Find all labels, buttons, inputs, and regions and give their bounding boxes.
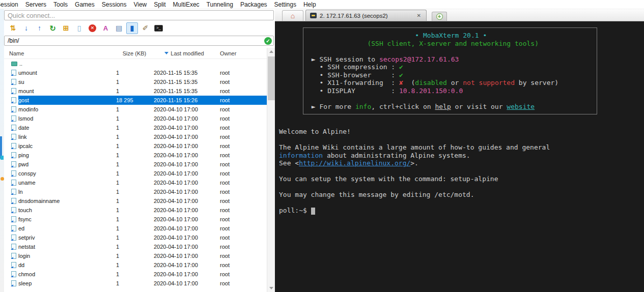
cell-owner: root xyxy=(216,180,267,186)
path-input[interactable] xyxy=(8,37,264,44)
table-row[interactable]: modinfo12020-04-10 17:00root xyxy=(4,105,267,114)
menu-view[interactable]: View xyxy=(130,1,150,9)
cell-size: 1 xyxy=(116,134,153,140)
menu-help[interactable]: Help xyxy=(300,1,320,9)
cell-size: 1 xyxy=(116,79,153,85)
cell-size: 1 xyxy=(116,189,153,195)
menu-settings[interactable]: Settings xyxy=(271,1,300,9)
rename-icon-button[interactable]: A xyxy=(100,22,111,34)
terminal-text: See < xyxy=(279,159,299,167)
terminal-text: • MobaXterm 20.1 • xyxy=(415,32,487,39)
folder-transfer-icon-button[interactable]: ⇅ xyxy=(7,22,19,34)
column-header-owner[interactable]: Owner xyxy=(216,50,267,56)
quick-connect-input[interactable] xyxy=(4,10,274,20)
terminal[interactable]: • MobaXterm 20.1 • (SSH client, X-server… xyxy=(275,21,644,292)
new-folder-icon-button[interactable]: ⊞ xyxy=(60,22,72,34)
cell-size: 1 xyxy=(116,180,153,186)
cell-modified: 2020-04-10 17:00 xyxy=(153,207,216,213)
menu-multiexec[interactable]: MultiExec xyxy=(170,1,203,9)
scroll-down-button[interactable] xyxy=(267,284,275,292)
menu-session[interactable]: Session xyxy=(0,1,22,9)
file-icon xyxy=(11,180,16,186)
table-row[interactable]: login12020-04-10 17:00root xyxy=(4,251,267,260)
cell-name: pwd xyxy=(4,161,116,167)
scrollbar-thumb[interactable] xyxy=(268,56,275,100)
menu-tunneling[interactable]: Tunneling xyxy=(203,1,237,9)
file-icon xyxy=(11,134,16,140)
table-row[interactable]: ping12020-04-10 17:00root xyxy=(4,151,267,160)
sidebar-sessions-icon[interactable] xyxy=(1,156,4,160)
cell-size: 1 xyxy=(116,88,153,94)
cell-owner: root xyxy=(216,198,267,204)
terminal-link[interactable]: http://wiki.alpinelinux.org/ xyxy=(299,159,410,167)
table-row[interactable]: pwd12020-04-10 17:00root xyxy=(4,160,267,169)
table-row[interactable]: mount12020-11-15 15:35root xyxy=(4,86,267,96)
tab-session[interactable]: 2. 172.17.61.63 (secops2) ✕ xyxy=(305,10,427,21)
table-row[interactable]: ed12020-04-10 17:00root xyxy=(4,224,267,233)
menu-games[interactable]: Games xyxy=(71,1,98,9)
table-row[interactable]: link12020-04-10 17:00root xyxy=(4,132,267,141)
terminal-text: (SSH client, X-server and networking too… xyxy=(367,40,539,47)
cell-name: netstat xyxy=(4,244,116,250)
new-tab-button[interactable]: + xyxy=(432,12,447,21)
table-row[interactable]: su12020-11-15 15:35root xyxy=(4,77,267,86)
table-row[interactable]: uname12020-04-10 17:00root xyxy=(4,178,267,187)
upload-icon: ↑ xyxy=(38,24,41,32)
edit-file-icon-button[interactable]: ▤ xyxy=(113,22,125,34)
table-row[interactable]: netstat12020-04-10 17:00root xyxy=(4,242,267,251)
menu-sessions[interactable]: Sessions xyxy=(98,1,130,9)
column-header-name[interactable]: Name xyxy=(4,50,116,56)
table-row[interactable]: date12020-04-10 17:00root xyxy=(4,123,267,132)
table-row[interactable]: conspy12020-04-10 17:00root xyxy=(4,169,267,178)
upload-icon-button[interactable]: ↑ xyxy=(34,22,45,34)
sort-descending-icon xyxy=(164,52,169,54)
download-icon-button[interactable]: ↓ xyxy=(20,22,32,34)
console-icon-button[interactable]: >_ xyxy=(153,22,164,34)
table-row[interactable]: sleep12020-04-10 17:00root xyxy=(4,279,267,288)
file-name: sleep xyxy=(18,280,32,286)
table-row[interactable]: ipcalc12020-04-10 17:00root xyxy=(4,141,267,151)
table-row[interactable]: gost18 2952020-11-15 15:26root xyxy=(4,96,267,105)
cell-owner: root xyxy=(216,271,267,277)
table-row[interactable]: chmod12020-04-10 17:00root xyxy=(4,270,267,279)
cell-owner: root xyxy=(216,134,267,140)
table-row[interactable]: setpriv12020-04-10 17:00root xyxy=(4,233,267,242)
sidebar-tools-icon[interactable] xyxy=(1,177,4,181)
table-row[interactable]: umount12020-11-15 15:35root xyxy=(4,68,267,77)
column-header-size[interactable]: Size (KB) xyxy=(116,50,153,56)
file-name: gost xyxy=(18,97,29,103)
cell-name: ping xyxy=(4,152,116,158)
table-row[interactable]: dd12020-04-10 17:00root xyxy=(4,260,267,270)
tab-home[interactable]: ⌂ xyxy=(282,10,303,21)
find-icon-button[interactable]: ✐ xyxy=(139,22,151,34)
delete-icon-button[interactable]: ✕ xyxy=(87,22,98,34)
terminal-link[interactable]: help xyxy=(435,103,451,110)
table-row[interactable]: dnsdomainname12020-04-10 17:00root xyxy=(4,196,267,206)
file-icon xyxy=(11,235,16,241)
cell-name: uname xyxy=(4,180,116,186)
refresh-icon-button[interactable]: ↻ xyxy=(47,22,59,34)
scroll-up-button[interactable] xyxy=(267,48,275,55)
file-name: pwd xyxy=(18,161,29,167)
menu-servers[interactable]: Servers xyxy=(22,1,50,9)
table-row[interactable]: lsmod12020-04-10 17:00root xyxy=(4,114,267,123)
column-header-modified[interactable]: Last modified xyxy=(153,50,216,56)
menu-packages[interactable]: Packages xyxy=(237,1,271,9)
table-row[interactable]: fsync12020-04-10 17:00root xyxy=(4,215,267,224)
cell-name: link xyxy=(4,134,116,140)
menu-split[interactable]: Split xyxy=(150,1,169,9)
close-tab-icon[interactable]: ✕ xyxy=(416,13,422,18)
vertical-scrollbar[interactable] xyxy=(267,48,275,292)
cell-modified: 2020-04-10 17:00 xyxy=(153,216,216,222)
table-row[interactable]: touch12020-04-10 17:00root xyxy=(4,206,267,215)
new-file-icon-button[interactable]: ▯ xyxy=(73,22,85,34)
menu-tools[interactable]: Tools xyxy=(50,1,71,9)
file-table-header: Name Size (KB) Last modified Owner xyxy=(4,48,267,59)
table-row[interactable]: .. xyxy=(4,59,267,68)
file-name: ping xyxy=(18,152,29,158)
main-area: ⇅↓↑↻⊞▯✕A▤▮✐>_ ✓ Name Size (KB) Last modi… xyxy=(0,9,644,292)
table-row[interactable]: ln12020-04-10 17:00root xyxy=(4,187,267,196)
terminal-link[interactable]: website xyxy=(507,103,535,110)
file-name: uname xyxy=(18,180,36,186)
follow-terminal-folder-icon-button[interactable]: ▮ xyxy=(126,22,138,34)
